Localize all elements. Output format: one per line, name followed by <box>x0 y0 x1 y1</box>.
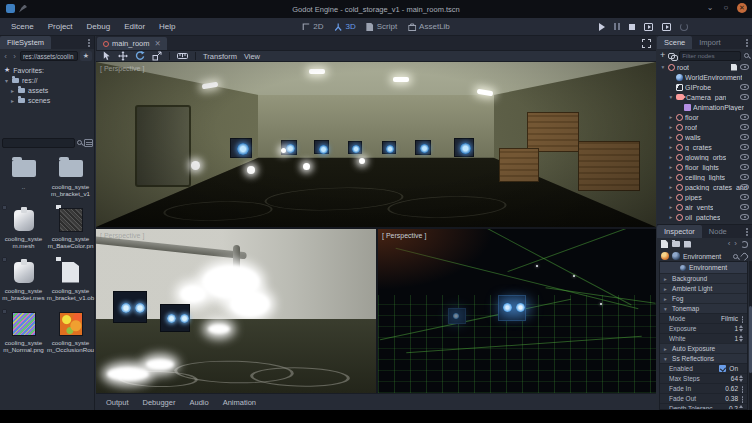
tab-scene[interactable]: Scene <box>657 36 692 49</box>
transform-menu[interactable]: Transform <box>203 52 237 61</box>
tab-close-icon[interactable]: ✕ <box>155 39 161 48</box>
scene-tab-main-room[interactable]: main_room ✕ <box>97 37 167 50</box>
prop-enabled[interactable]: Enabled On <box>660 363 747 373</box>
visibility-eye-icon[interactable] <box>740 64 749 70</box>
path-input[interactable] <box>20 51 78 61</box>
scene-node-g-crates[interactable]: ▸ g_crates <box>657 142 752 152</box>
ruler-snap-icon[interactable] <box>177 51 188 61</box>
visibility-eye-icon[interactable] <box>740 174 749 180</box>
expand-arrow[interactable]: ▸ <box>668 194 674 200</box>
section-tonemap[interactable]: ▾Tonemap <box>660 303 747 313</box>
close-button[interactable]: ✕ <box>737 3 747 13</box>
viewport-label[interactable]: [ Perspective ] <box>100 232 144 239</box>
scene-node-worldenvironment[interactable]: WorldEnvironment <box>657 72 752 82</box>
visibility-eye-icon[interactable] <box>740 94 749 100</box>
collapse-arrow[interactable]: ▾ <box>660 64 666 70</box>
tab-filesystem[interactable]: FileSystem <box>0 36 51 49</box>
scale-tool-icon[interactable] <box>152 51 162 61</box>
tree-item-res-root[interactable]: ▾res:// <box>0 75 94 85</box>
inspector-menu-icon[interactable] <box>746 228 748 230</box>
prop-white[interactable]: White 1 <box>660 333 747 343</box>
view-toggle-button[interactable] <box>84 139 93 147</box>
workspace-3d-button[interactable]: 3D <box>334 22 355 31</box>
scene-node-air-vents[interactable]: ▸ air_vents <box>657 202 752 212</box>
section-fog[interactable]: ▸Fog <box>660 293 747 303</box>
scene-dock-menu-icon[interactable] <box>746 39 748 41</box>
maximize-button[interactable]: ○ <box>721 3 731 13</box>
stop-button[interactable] <box>629 24 635 30</box>
script-icon[interactable] <box>731 64 737 71</box>
filesystem-menu-icon[interactable] <box>88 39 90 41</box>
tree-item-assets[interactable]: ▸assets <box>0 85 94 95</box>
menu-help[interactable]: Help <box>152 20 182 33</box>
panel-animation[interactable]: Animation <box>223 398 256 407</box>
tools-icon[interactable] <box>740 251 750 261</box>
visibility-eye-icon[interactable] <box>740 154 749 160</box>
history-forward-button[interactable]: › <box>11 52 18 61</box>
spinbox-arrows-icon[interactable] <box>739 325 744 332</box>
visibility-eye-icon[interactable] <box>740 204 749 210</box>
prop-fade-in[interactable]: Fade In 0.62 <box>660 383 747 393</box>
panel-audio[interactable]: Audio <box>189 398 208 407</box>
visibility-eye-icon[interactable] <box>740 194 749 200</box>
file-item-texture[interactable]: cooling_system_OcclusionRou <box>47 309 94 361</box>
menu-scene[interactable]: Scene <box>4 20 41 33</box>
scene-node-ceiling-lights[interactable]: ▸ ceiling_lights <box>657 172 752 182</box>
tab-import[interactable]: Import <box>692 36 727 49</box>
play-custom-scene-button[interactable] <box>662 23 671 31</box>
history-back-button[interactable]: ‹ <box>2 52 9 61</box>
rotate-tool-icon[interactable] <box>135 51 145 61</box>
file-item-folder[interactable]: cooling_system_bracket_v1 <box>47 153 94 205</box>
slider-dots-icon[interactable] <box>742 386 744 388</box>
menu-editor[interactable]: Editor <box>117 20 152 33</box>
section-background[interactable]: ▸Background <box>660 273 747 283</box>
view-menu[interactable]: View <box>244 52 260 61</box>
edit-pencil-icon[interactable] <box>19 5 27 13</box>
expand-arrow[interactable]: ▸ <box>668 204 674 210</box>
instance-scene-icon[interactable] <box>668 53 676 59</box>
spinbox-arrows-icon[interactable] <box>739 335 744 342</box>
tree-item-favorites[interactable]: ★Favorites: <box>0 65 94 75</box>
option-dots-icon[interactable] <box>742 316 744 318</box>
section-auto-exposure[interactable]: ▸Auto Exposure <box>660 343 747 353</box>
scene-node-packing-crates[interactable]: ▸ packing_crates_and_ <box>657 182 752 192</box>
collapse-arrow[interactable]: ▾ <box>668 94 674 100</box>
history-icon[interactable] <box>741 241 748 248</box>
workspace-assetlib-button[interactable]: AssetLib <box>408 22 450 31</box>
viewport-bottom-right-perspective[interactable]: [ Perspective ] <box>378 229 656 393</box>
visibility-eye-icon[interactable] <box>740 144 749 150</box>
scene-node-floor[interactable]: ▸ floor <box>657 112 752 122</box>
visibility-eye-icon[interactable] <box>740 114 749 120</box>
prop-depth-tolerance[interactable]: Depth Toleranc 0.2 <box>660 403 747 410</box>
scene-node-animationplayer[interactable]: AnimationPlayer <box>657 102 752 112</box>
file-item-texture[interactable]: cooling_system_Normal.png <box>0 309 47 361</box>
scene-node-oil-patches[interactable]: ▸ oil_patches <box>657 212 752 222</box>
tab-node[interactable]: Node <box>702 225 734 238</box>
file-item-texture[interactable]: cooling_system_BaseColor.pn <box>47 205 94 257</box>
pause-button[interactable] <box>614 23 620 30</box>
file-item-mesh[interactable]: cooling_system.mesh <box>0 205 47 257</box>
panel-debugger[interactable]: Debugger <box>143 398 176 407</box>
expand-arrow[interactable]: ▸ <box>668 124 674 130</box>
add-node-button[interactable]: + <box>660 51 665 60</box>
file-item-parent-dir[interactable]: .. <box>0 153 47 205</box>
menu-debug[interactable]: Debug <box>80 20 118 33</box>
workspace-script-button[interactable]: Script <box>367 22 397 31</box>
expand-arrow[interactable]: ▸ <box>668 114 674 120</box>
expand-arrow[interactable]: ▸ <box>668 174 674 180</box>
prop-max-steps[interactable]: Max Steps 64 <box>660 373 747 383</box>
scene-node-roof[interactable]: ▸ roof <box>657 122 752 132</box>
file-item-mesh[interactable]: cooling_system_bracket.mes <box>0 257 47 309</box>
expand-arrow[interactable]: ▸ <box>668 164 674 170</box>
expand-arrow[interactable]: ▸ <box>668 134 674 140</box>
prop-exposure[interactable]: Exposure 1 <box>660 323 747 333</box>
new-resource-icon[interactable] <box>661 240 668 248</box>
expand-arrow[interactable]: ▸ <box>668 154 674 160</box>
visibility-eye-icon[interactable] <box>740 164 749 170</box>
move-tool-icon[interactable] <box>118 51 128 61</box>
tab-inspector[interactable]: Inspector <box>657 225 702 238</box>
scene-node-glowing-orbs[interactable]: ▸ glowing_orbs <box>657 152 752 162</box>
prop-mode[interactable]: Mode Filmic <box>660 313 747 323</box>
edit-prev-button[interactable]: ‹ <box>728 240 731 248</box>
viewport-top-perspective[interactable]: [ Perspective ] <box>96 62 656 227</box>
